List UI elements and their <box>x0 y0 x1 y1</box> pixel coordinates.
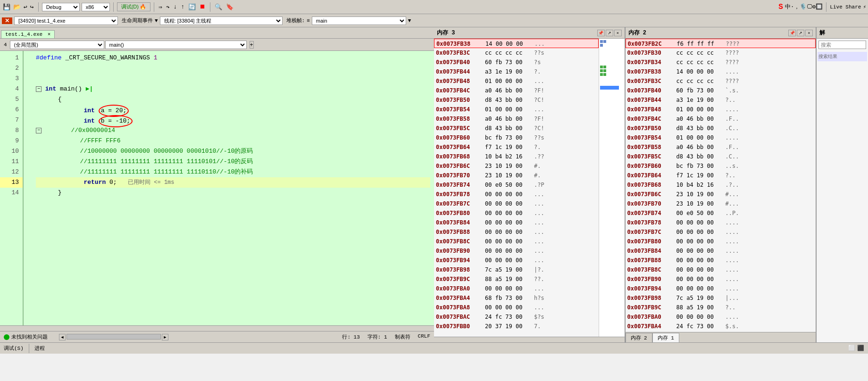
line-num-6: 6 <box>0 105 23 115</box>
mem2-bytes: 01 00 00 00 <box>676 133 724 142</box>
line-num-5: 5 <box>0 94 23 105</box>
debug-bottom-label[interactable]: 调试(S) <box>4 345 24 352</box>
debug-config-select[interactable]: Debug <box>42 3 80 11</box>
toolbar-icon-redo[interactable]: ↪ <box>29 3 35 11</box>
toolbar-icon-restart[interactable]: 🔄 <box>187 3 197 11</box>
code-content[interactable]: #define _CRT_SECURE_NO_WARNINGS 1 − int … <box>32 51 434 325</box>
memory2-row-3: 0x0073FB3814 00 00 00.... <box>626 67 816 76</box>
editor-hscrollbar[interactable] <box>0 325 434 331</box>
toolbar-icon-bookmark[interactable]: 🔖 <box>225 3 234 11</box>
collapse-btn-8[interactable]: − <box>36 128 42 133</box>
mem3-addr: 0x0073FB50 <box>436 95 483 105</box>
nav-scope-select[interactable]: (全局范围) <box>10 41 104 49</box>
filter-icon[interactable]: ▼ <box>155 18 158 24</box>
mini-row-5 <box>600 69 624 73</box>
memory3-row-17: 0x0073FB7C00 00 00 00... <box>434 199 599 208</box>
memory3-row-1: 0x0073FB3Ccc cc cc cc??s <box>434 48 599 58</box>
mem1-tab[interactable]: 内存 1 <box>652 333 679 342</box>
code-line-6: int a = 20; <box>36 105 430 115</box>
close-debug-x[interactable]: ✕ <box>2 17 12 24</box>
stack-select[interactable]: main <box>312 17 406 25</box>
process-select[interactable]: [34920] test.1_4.exe <box>14 17 118 25</box>
mem2-chars: ???? <box>726 76 739 86</box>
memory2-float-btn[interactable]: ↗ <box>797 30 804 36</box>
bottom-icon-1[interactable]: ⬜ <box>848 345 855 352</box>
code-editor[interactable]: 1 2 3 4 5 6 7 8 9 10 11 12 13 14 <box>0 51 434 325</box>
mini-row-2 <box>600 43 624 47</box>
mem3-chars: ... <box>534 227 544 237</box>
toolbar-icon-step-out[interactable]: ↑ <box>180 3 185 11</box>
kw-int-b: int <box>83 117 94 124</box>
toolbar-icon-undo[interactable]: ↩ <box>23 3 28 11</box>
mem3-bytes: cc cc cc cc <box>485 48 532 58</box>
tab-close-icon[interactable]: × <box>48 32 51 37</box>
mem3-bytes: 24 fc 73 00 <box>485 312 532 322</box>
kw-return: return <box>83 179 106 186</box>
memory2-row-30: 0x0073FBA424 fc 73 00$.s. <box>626 322 816 331</box>
editor-tab-active[interactable]: test.1_4.exe × <box>1 30 55 38</box>
memory3-float-btn[interactable]: ↗ <box>606 30 613 36</box>
mem2-chars: .F.. <box>726 114 739 124</box>
nav-add-button[interactable]: + <box>250 41 254 49</box>
mem2-addr: 0x0073FB58 <box>627 142 675 152</box>
mem2-chars: .... <box>726 227 739 237</box>
line-num-4: 4 <box>0 84 23 94</box>
bottom-icon-2[interactable]: ⬛ <box>857 345 864 352</box>
line-num-3: 3 <box>0 74 23 84</box>
memory2-data[interactable]: 0x0073FB2Cf6 ff ff ff????0x0073FB30cc cc… <box>626 39 816 332</box>
memory2-pin-btn[interactable]: 📌 <box>788 30 796 36</box>
memory3-pin-btn[interactable]: 📌 <box>597 30 605 36</box>
thread-select[interactable]: 线程: [33804] 主线程 <box>160 17 283 25</box>
mem2-addr: 0x0073FBA4 <box>627 322 675 331</box>
collapse-btn-4[interactable]: − <box>36 86 42 92</box>
mem3-chars: ... <box>534 284 544 293</box>
memory2-row-2: 0x0073FB34cc cc cc cc???? <box>626 58 816 67</box>
mem2-bytes: bc fb 73 00 <box>676 161 724 171</box>
live-share-label[interactable]: Live Share <box>830 4 861 10</box>
toolbar-icon-open[interactable]: 📂 <box>12 3 22 11</box>
memory2-row-5: 0x0073FB4060 fb 73 00`.s. <box>626 86 816 95</box>
hscroll-track[interactable] <box>67 334 161 340</box>
toolbar-icon-search[interactable]: 🔍 <box>214 3 223 11</box>
mem3-chars: h?s <box>534 293 544 303</box>
mem3-addr: 0x0073FB80 <box>436 208 483 218</box>
mem2-chars: .C.. <box>726 152 739 161</box>
search-panel-title: 解 <box>819 29 825 37</box>
memory2-row-16: 0x0073FB6C23 10 19 00#... <box>626 190 816 199</box>
memory2-close-btn[interactable]: × <box>805 30 813 36</box>
mem2-chars: ..s. <box>726 161 739 171</box>
memory3-row-9: 0x0073FB5Cd8 43 bb 00?C! <box>434 124 599 133</box>
mem3-addr: 0x0073FB6C <box>436 161 483 171</box>
mem2-addr: 0x0073FB4C <box>627 114 675 124</box>
memory2-row-19: 0x0073FB7800 00 00 00.... <box>626 218 816 227</box>
mem3-chars: ?s <box>534 58 541 67</box>
top-toolbar: 💾 📂 ↩ ↪ Debug x86 调试(D) 🔥 ⇒ ↷ ↓ ↑ 🔄 ⏹ 🔍 … <box>0 0 868 14</box>
scroll-right-btn[interactable]: ► <box>162 334 168 340</box>
memory2-row-14: 0x0073FB64f7 1c 19 00?.. <box>626 171 816 180</box>
memory3-scrollbar[interactable] <box>434 337 625 342</box>
scroll-left-btn[interactable]: ◄ <box>59 334 66 340</box>
nav-function-select[interactable]: main() <box>105 41 247 49</box>
toolbar-icon-save[interactable]: 💾 <box>2 3 11 11</box>
mem2-tab[interactable]: 内存 2 <box>626 333 652 342</box>
mem3-bytes: f7 1c 19 00 <box>485 142 532 152</box>
platform-select[interactable]: x86 <box>82 3 110 11</box>
toolbar-icon-debug-step[interactable]: ⇒ <box>158 3 163 11</box>
stack-dropdown-icon[interactable]: ▼ <box>408 18 411 24</box>
mem3-bytes: d8 43 bb 00 <box>485 95 532 105</box>
mem3-addr: 0x0073FB54 <box>436 105 483 114</box>
toolbar-icon-stop[interactable]: ⏹ <box>199 3 207 11</box>
memory3-data[interactable]: 0x0073FB3814 00 00 00...0x0073FB3Ccc cc … <box>434 39 599 337</box>
stack-label: 堆栈帧: <box>286 17 305 24</box>
toolbar-icon-step-over[interactable]: ↷ <box>165 3 171 11</box>
mem2-chars: ???? <box>726 48 739 58</box>
toolbar-icon-step-into[interactable]: ↓ <box>173 3 178 11</box>
mem3-bytes: 01 00 00 00 <box>485 76 532 86</box>
search-input[interactable] <box>818 41 866 49</box>
memory3-row-21: 0x0073FB8C00 00 00 00... <box>434 237 599 246</box>
run-button[interactable]: 调试(D) 🔥 <box>117 2 150 11</box>
memory3-close-btn[interactable]: × <box>614 30 622 36</box>
mem3-chars: |?. <box>534 265 544 274</box>
mem2-bytes: cc cc cc cc <box>676 76 724 86</box>
editor-tabs: test.1_4.exe × <box>0 27 434 39</box>
